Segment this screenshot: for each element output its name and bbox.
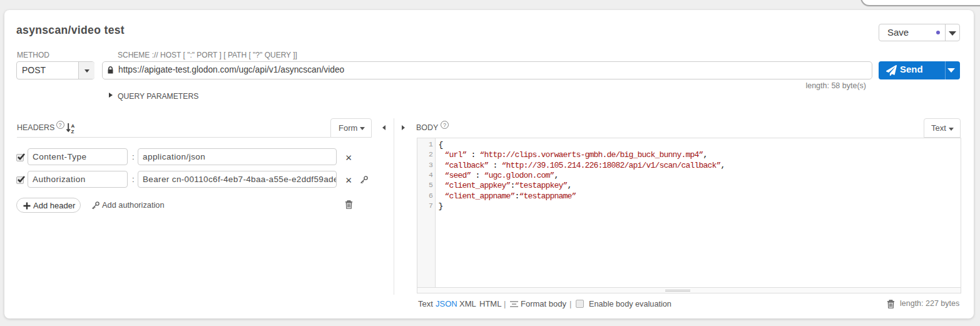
svg-text:A: A — [71, 123, 75, 129]
svg-text:Z: Z — [71, 129, 74, 134]
